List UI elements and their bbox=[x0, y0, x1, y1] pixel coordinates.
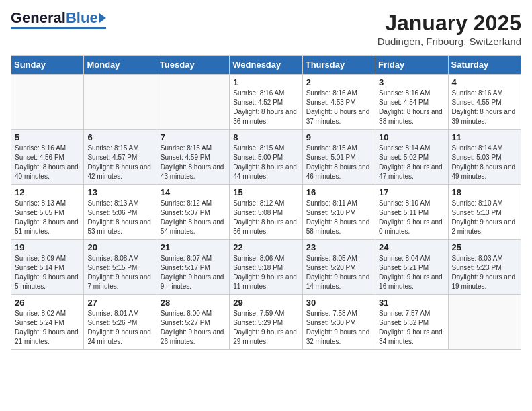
calendar-day-cell: 21Sunrise: 8:07 AM Sunset: 5:17 PM Dayli… bbox=[157, 240, 229, 295]
day-info: Sunrise: 8:03 AM Sunset: 5:23 PM Dayligh… bbox=[452, 254, 517, 291]
day-number: 27 bbox=[87, 298, 152, 308]
day-number: 11 bbox=[452, 132, 517, 142]
calendar-week-row: 1Sunrise: 8:16 AM Sunset: 4:52 PM Daylig… bbox=[11, 75, 521, 130]
calendar-day-cell: 20Sunrise: 8:08 AM Sunset: 5:15 PM Dayli… bbox=[84, 240, 157, 295]
calendar-day-cell: 8Sunrise: 8:15 AM Sunset: 5:00 PM Daylig… bbox=[230, 130, 302, 185]
location: Dudingen, Fribourg, Switzerland bbox=[378, 36, 521, 47]
day-info: Sunrise: 8:12 AM Sunset: 5:07 PM Dayligh… bbox=[161, 199, 226, 236]
calendar-day-cell: 2Sunrise: 8:16 AM Sunset: 4:53 PM Daylig… bbox=[302, 75, 375, 130]
logo-general-text: General bbox=[11, 11, 66, 26]
day-info: Sunrise: 7:59 AM Sunset: 5:29 PM Dayligh… bbox=[233, 309, 298, 347]
logo: General Blue bbox=[11, 11, 106, 29]
day-info: Sunrise: 8:02 AM Sunset: 5:24 PM Dayligh… bbox=[15, 309, 80, 347]
calendar-day-cell: 19Sunrise: 8:09 AM Sunset: 5:14 PM Dayli… bbox=[11, 240, 84, 295]
calendar-day-cell: 13Sunrise: 8:13 AM Sunset: 5:06 PM Dayli… bbox=[84, 185, 157, 240]
day-info: Sunrise: 8:10 AM Sunset: 5:13 PM Dayligh… bbox=[452, 199, 517, 236]
calendar-day-cell: 9Sunrise: 8:15 AM Sunset: 5:01 PM Daylig… bbox=[302, 130, 375, 185]
day-info: Sunrise: 8:16 AM Sunset: 4:52 PM Dayligh… bbox=[233, 89, 298, 126]
day-number: 17 bbox=[379, 187, 444, 197]
calendar-table: SundayMondayTuesdayWednesdayThursdayFrid… bbox=[11, 55, 521, 350]
day-of-week-header: Wednesday bbox=[230, 56, 302, 75]
day-of-week-header: Monday bbox=[84, 56, 157, 75]
logo-blue-text: Blue bbox=[66, 11, 98, 26]
day-number: 5 bbox=[15, 132, 80, 142]
calendar-day-cell: 11Sunrise: 8:14 AM Sunset: 5:03 PM Dayli… bbox=[448, 130, 521, 185]
calendar-day-cell: 1Sunrise: 8:16 AM Sunset: 4:52 PM Daylig… bbox=[230, 75, 302, 130]
calendar-day-cell: 4Sunrise: 8:16 AM Sunset: 4:55 PM Daylig… bbox=[448, 75, 521, 130]
calendar-day-cell: 12Sunrise: 8:13 AM Sunset: 5:05 PM Dayli… bbox=[11, 185, 84, 240]
calendar-week-row: 5Sunrise: 8:16 AM Sunset: 4:56 PM Daylig… bbox=[11, 130, 521, 185]
page-header: General Blue January 2025 Dudingen, Frib… bbox=[11, 11, 521, 47]
day-number: 1 bbox=[233, 77, 298, 87]
calendar-week-row: 19Sunrise: 8:09 AM Sunset: 5:14 PM Dayli… bbox=[11, 240, 521, 295]
calendar-day-cell: 25Sunrise: 8:03 AM Sunset: 5:23 PM Dayli… bbox=[448, 240, 521, 295]
calendar-day-cell: 29Sunrise: 7:59 AM Sunset: 5:29 PM Dayli… bbox=[230, 295, 302, 350]
day-info: Sunrise: 8:15 AM Sunset: 4:59 PM Dayligh… bbox=[161, 144, 226, 181]
day-number: 12 bbox=[15, 187, 80, 197]
day-info: Sunrise: 8:06 AM Sunset: 5:18 PM Dayligh… bbox=[233, 254, 298, 291]
day-number: 14 bbox=[161, 187, 226, 197]
day-number: 24 bbox=[379, 242, 444, 253]
calendar-day-cell: 16Sunrise: 8:11 AM Sunset: 5:10 PM Dayli… bbox=[302, 185, 375, 240]
calendar-day-cell: 18Sunrise: 8:10 AM Sunset: 5:13 PM Dayli… bbox=[448, 185, 521, 240]
calendar-day-cell: 30Sunrise: 7:58 AM Sunset: 5:30 PM Dayli… bbox=[302, 295, 375, 350]
day-info: Sunrise: 8:15 AM Sunset: 5:00 PM Dayligh… bbox=[233, 144, 298, 181]
day-info: Sunrise: 8:16 AM Sunset: 4:54 PM Dayligh… bbox=[379, 89, 444, 126]
calendar-day-cell: 6Sunrise: 8:15 AM Sunset: 4:57 PM Daylig… bbox=[84, 130, 157, 185]
calendar-day-cell: 15Sunrise: 8:12 AM Sunset: 5:08 PM Dayli… bbox=[230, 185, 302, 240]
day-info: Sunrise: 8:05 AM Sunset: 5:20 PM Dayligh… bbox=[306, 254, 371, 291]
calendar-day-cell: 23Sunrise: 8:05 AM Sunset: 5:20 PM Dayli… bbox=[302, 240, 375, 295]
day-info: Sunrise: 8:13 AM Sunset: 5:05 PM Dayligh… bbox=[15, 199, 80, 236]
day-info: Sunrise: 8:01 AM Sunset: 5:26 PM Dayligh… bbox=[87, 309, 152, 347]
day-number: 3 bbox=[379, 77, 444, 87]
calendar-day-cell: 14Sunrise: 8:12 AM Sunset: 5:07 PM Dayli… bbox=[157, 185, 229, 240]
logo-underline bbox=[11, 27, 106, 29]
calendar-week-row: 26Sunrise: 8:02 AM Sunset: 5:24 PM Dayli… bbox=[11, 295, 521, 350]
day-info: Sunrise: 8:16 AM Sunset: 4:55 PM Dayligh… bbox=[452, 89, 517, 126]
day-info: Sunrise: 8:07 AM Sunset: 5:17 PM Dayligh… bbox=[161, 254, 226, 291]
day-info: Sunrise: 8:09 AM Sunset: 5:14 PM Dayligh… bbox=[15, 254, 80, 291]
calendar-day-cell: 17Sunrise: 8:10 AM Sunset: 5:11 PM Dayli… bbox=[375, 185, 448, 240]
day-info: Sunrise: 8:00 AM Sunset: 5:27 PM Dayligh… bbox=[161, 309, 226, 347]
day-info: Sunrise: 7:57 AM Sunset: 5:32 PM Dayligh… bbox=[379, 309, 444, 347]
calendar-day-cell: 5Sunrise: 8:16 AM Sunset: 4:56 PM Daylig… bbox=[11, 130, 84, 185]
day-number: 29 bbox=[233, 298, 298, 308]
calendar-day-cell bbox=[11, 75, 84, 130]
day-info: Sunrise: 8:14 AM Sunset: 5:03 PM Dayligh… bbox=[452, 144, 517, 181]
day-info: Sunrise: 8:15 AM Sunset: 5:01 PM Dayligh… bbox=[306, 144, 371, 181]
day-number: 6 bbox=[87, 132, 152, 142]
calendar-day-cell: 27Sunrise: 8:01 AM Sunset: 5:26 PM Dayli… bbox=[84, 295, 157, 350]
day-number: 10 bbox=[379, 132, 444, 142]
day-info: Sunrise: 8:11 AM Sunset: 5:10 PM Dayligh… bbox=[306, 199, 371, 236]
day-number: 28 bbox=[161, 298, 226, 308]
day-number: 2 bbox=[306, 77, 371, 87]
calendar-day-cell bbox=[157, 75, 229, 130]
day-number: 16 bbox=[306, 187, 371, 197]
calendar-day-cell: 3Sunrise: 8:16 AM Sunset: 4:54 PM Daylig… bbox=[375, 75, 448, 130]
day-number: 15 bbox=[233, 187, 298, 197]
day-number: 20 bbox=[87, 242, 152, 253]
title-section: January 2025 Dudingen, Fribourg, Switzer… bbox=[378, 11, 521, 47]
day-info: Sunrise: 7:58 AM Sunset: 5:30 PM Dayligh… bbox=[306, 309, 371, 347]
day-of-week-header: Saturday bbox=[448, 56, 521, 75]
calendar-week-row: 12Sunrise: 8:13 AM Sunset: 5:05 PM Dayli… bbox=[11, 185, 521, 240]
day-number: 18 bbox=[452, 187, 517, 197]
day-info: Sunrise: 8:04 AM Sunset: 5:21 PM Dayligh… bbox=[379, 254, 444, 291]
day-number: 8 bbox=[233, 132, 298, 142]
day-of-week-header: Tuesday bbox=[157, 56, 229, 75]
day-number: 21 bbox=[161, 242, 226, 253]
day-number: 13 bbox=[87, 187, 152, 197]
calendar-day-cell: 31Sunrise: 7:57 AM Sunset: 5:32 PM Dayli… bbox=[375, 295, 448, 350]
calendar-day-cell: 24Sunrise: 8:04 AM Sunset: 5:21 PM Dayli… bbox=[375, 240, 448, 295]
day-number: 9 bbox=[306, 132, 371, 142]
day-number: 25 bbox=[452, 242, 517, 253]
day-info: Sunrise: 8:16 AM Sunset: 4:56 PM Dayligh… bbox=[15, 144, 80, 181]
day-number: 31 bbox=[379, 298, 444, 308]
calendar-day-cell: 28Sunrise: 8:00 AM Sunset: 5:27 PM Dayli… bbox=[157, 295, 229, 350]
day-number: 26 bbox=[15, 298, 80, 308]
calendar-day-cell bbox=[448, 295, 521, 350]
day-info: Sunrise: 8:15 AM Sunset: 4:57 PM Dayligh… bbox=[87, 144, 152, 181]
day-of-week-header: Thursday bbox=[302, 56, 375, 75]
day-info: Sunrise: 8:13 AM Sunset: 5:06 PM Dayligh… bbox=[87, 199, 152, 236]
logo-triangle-icon bbox=[99, 13, 106, 23]
